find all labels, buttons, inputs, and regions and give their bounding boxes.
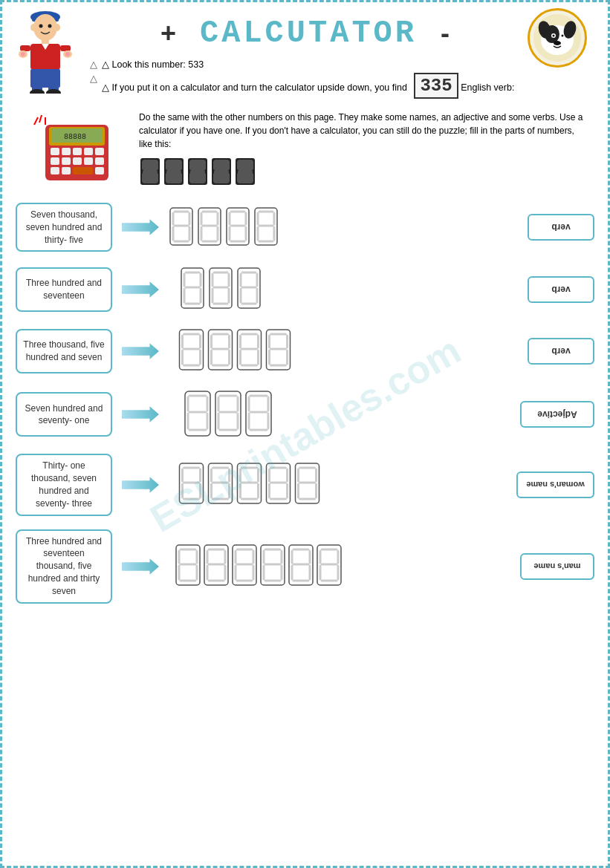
intro-section: △ △ Look this number: 533 △ △ If you put…: [90, 59, 594, 99]
digits-area-2: [169, 265, 519, 313]
header: + CALCUTATOR -: [16, 16, 594, 51]
svg-rect-56: [155, 160, 158, 170]
svg-rect-59: [143, 170, 158, 174]
svg-marker-208: [122, 477, 159, 493]
page: ESLprintables.com: [0, 0, 610, 868]
number-text-4: Seven hundred and seventy- one: [23, 402, 105, 428]
digit-display-5: [169, 460, 332, 509]
svg-rect-41: [84, 148, 93, 155]
intro-line-2: △ △ If you put it on a calculator and tu…: [90, 73, 594, 99]
digit-display-6: [169, 542, 354, 590]
svg-rect-82: [227, 173, 230, 183]
intro-text-1: △ Look this number: 533: [102, 59, 204, 70]
svg-rect-51: [95, 167, 104, 174]
svg-rect-44: [62, 157, 71, 165]
svg-point-20: [65, 52, 70, 56]
svg-rect-90: [250, 173, 253, 183]
svg-rect-11: [60, 45, 71, 51]
svg-rect-87: [237, 160, 240, 170]
answer-box-3: verb: [528, 338, 594, 365]
svg-rect-71: [189, 160, 192, 170]
svg-marker-125: [122, 281, 159, 298]
exercise-row-6: Three hundred and seventeen thousand, fi…: [16, 529, 594, 604]
svg-marker-249: [122, 558, 159, 575]
svg-line-31: [34, 117, 38, 125]
svg-rect-10: [20, 45, 30, 51]
arrow-2: [118, 278, 163, 301]
answer-label-5: woman's name: [526, 480, 584, 489]
svg-rect-73: [189, 173, 192, 183]
svg-rect-81: [213, 173, 216, 183]
answer-label-3: verb: [551, 346, 570, 356]
digit-display-2: [169, 265, 273, 313]
intro-text-2: △ If you put it on a calculator and turn…: [102, 73, 514, 99]
calculator-image-area: 88888: [16, 106, 134, 195]
answer-box-4: Adjective: [520, 401, 594, 428]
triangle-icon-2: △: [90, 73, 97, 84]
svg-point-3: [39, 25, 43, 28]
app-title: CALCUTATOR: [200, 16, 417, 51]
exercise-row-5: Thirty- one thousand, seven hundred and …: [16, 454, 594, 515]
svg-rect-49: [62, 167, 71, 174]
svg-point-27: [562, 35, 564, 37]
arrow-4: [118, 403, 163, 425]
digits-area-4: [169, 388, 511, 440]
svg-point-2: [33, 14, 57, 41]
svg-rect-63: [166, 160, 169, 170]
intro-line-1: △ △ Look this number: 533: [90, 59, 594, 70]
arrow-1: [118, 216, 163, 238]
svg-rect-83: [214, 170, 229, 174]
plus-sign: +: [160, 18, 176, 49]
svg-rect-40: [73, 148, 82, 155]
calculator-svg: 88888: [30, 114, 120, 188]
answer-box-6: man's name: [520, 553, 594, 580]
boy-mascot: [16, 8, 82, 97]
snoopy-mascot: [528, 8, 594, 75]
exercise-row-2: Three hundred and seventeen: [16, 265, 594, 313]
digit-display-4: [169, 388, 288, 440]
svg-rect-74: [203, 173, 206, 183]
svg-rect-45: [73, 157, 82, 165]
svg-rect-14: [30, 69, 60, 88]
answer-label-1: verb: [551, 222, 570, 232]
svg-point-19: [21, 52, 25, 56]
answer-label-4: Adjective: [537, 409, 577, 420]
svg-rect-72: [203, 160, 206, 170]
exercise-row-3: Three thousand, five hundred and seven: [16, 327, 594, 375]
svg-marker-92: [122, 219, 159, 235]
svg-rect-38: [51, 148, 59, 155]
number-box-3: Three thousand, five hundred and seven: [16, 329, 112, 373]
digit-display-3: [169, 327, 302, 375]
svg-rect-47: [95, 157, 104, 165]
svg-point-4: [48, 25, 52, 28]
exercise-row-4: Seven hundred and seventy- one: [16, 388, 594, 440]
svg-point-5: [30, 24, 36, 31]
svg-rect-55: [142, 160, 145, 170]
svg-line-32: [39, 115, 42, 123]
middle-section: 88888 Do the same with the other numbers: [16, 106, 594, 195]
digits-area-1: [169, 205, 519, 249]
triangle-icon-1: △: [90, 59, 97, 70]
number-box-6: Three hundred and seventeen thousand, fi…: [16, 529, 112, 604]
svg-point-28: [554, 41, 561, 45]
svg-rect-65: [166, 173, 169, 183]
number-text-5: Thirty- one thousand, seven hundred and …: [23, 460, 105, 509]
answer-label-6: man's name: [533, 562, 580, 571]
svg-rect-91: [238, 170, 253, 174]
svg-rect-42: [95, 148, 104, 155]
svg-rect-79: [213, 160, 216, 170]
answer-box-2: verb: [528, 276, 594, 303]
number-text-2: Three hundred and seventeen: [23, 277, 105, 302]
instructions-area: Do the same with the other numbers on th…: [134, 106, 594, 191]
number-335-display: 335: [414, 73, 458, 99]
exercise-row-1: Seven thousand, seven hundred and thirty…: [16, 203, 594, 252]
number-text-3: Three thousand, five hundred and seven: [23, 339, 105, 364]
svg-rect-89: [237, 173, 240, 183]
svg-rect-50: [73, 167, 93, 174]
digits-area-5: [169, 460, 507, 509]
svg-point-6: [54, 24, 60, 31]
svg-rect-43: [51, 157, 59, 165]
arrow-6: [118, 555, 163, 578]
svg-rect-64: [179, 160, 182, 170]
answer-box-1: verb: [528, 214, 594, 241]
